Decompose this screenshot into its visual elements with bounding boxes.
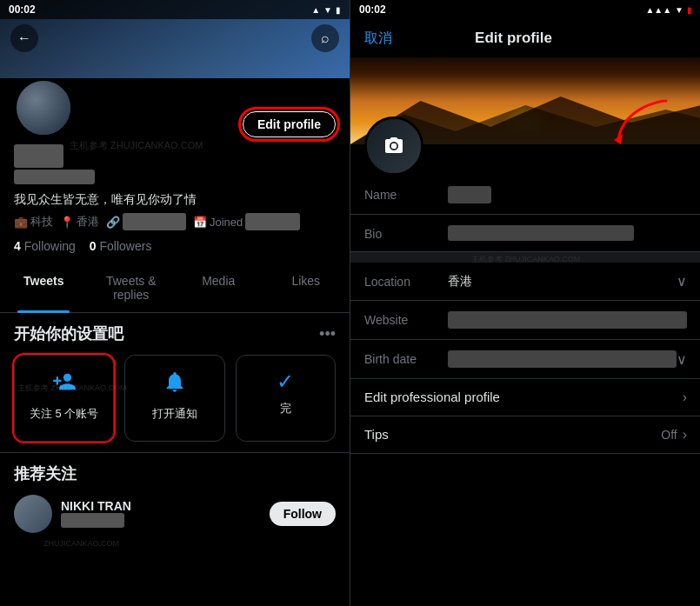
status-bar-left: 00:02 ▲ ▼ ▮ [0, 0, 350, 19]
professional-field-label: Edit professional profile [364, 390, 669, 404]
profile-handle [14, 170, 336, 185]
briefcase-icon: 💼 [14, 216, 28, 229]
right-signal-icon: ▲▲▲ [645, 5, 671, 15]
meta-tech: 💼 科技 [14, 214, 53, 230]
meta-location: 📍 香港 [60, 214, 99, 230]
battery-icon: ▮ [336, 5, 341, 15]
camera-overlay [367, 119, 421, 173]
profile-meta: 💼 科技 📍 香港 🔗 📅 Joined [14, 213, 336, 230]
recommend-section: 推荐关注 NIKKI TRAN Follow [0, 453, 350, 543]
following-stat[interactable]: 4 Following [14, 239, 76, 253]
location-chevron-icon: ∨ [677, 273, 687, 290]
edit-profile-button[interactable]: Edit profile [243, 111, 336, 137]
following-label-text: Following [24, 239, 76, 253]
calendar-icon: 📅 [193, 216, 207, 229]
setup-more-icon[interactable]: ••• [319, 325, 336, 343]
back-button[interactable]: ← [10, 24, 38, 52]
profile-top-nav: ← ⌕ [0, 19, 350, 57]
website-field-label: Website [364, 311, 434, 327]
status-icons: ▲ ▼ ▮ [311, 5, 341, 15]
handle-text [14, 170, 95, 184]
meta-url: 🔗 [106, 213, 186, 230]
bio-field-value [448, 225, 634, 241]
avatar [14, 78, 73, 137]
meta-joined-date [245, 213, 300, 230]
setup-card-complete[interactable]: ✓ 完 [236, 355, 336, 442]
tips-field-label: Tips [364, 427, 647, 442]
check-icon: ✓ [277, 370, 294, 394]
right-avatar-area [350, 144, 700, 176]
rec-user-handle [61, 513, 261, 529]
tips-field-value: Off [661, 428, 677, 442]
location-field-row: 香港 ∨ [448, 273, 687, 290]
setup-section: 开始你的设置吧 ••• 关注 5 个账号 打开通知 [0, 313, 350, 453]
meta-tech-value: 科技 [30, 214, 53, 230]
website-field-value [448, 311, 687, 329]
right-status-icons: ▲▲▲ ▼ ▮ [645, 5, 692, 15]
display-name [14, 144, 63, 168]
notification-icon [163, 370, 187, 399]
location-icon: 📍 [60, 216, 74, 229]
back-icon: ← [17, 30, 31, 46]
time-display: 00:02 [9, 3, 36, 16]
tab-likes[interactable]: Likes [263, 263, 350, 312]
follow-button[interactable]: Follow [270, 502, 336, 526]
right-watermark-1: 主机参考 ZHUJICANKAO.COM [471, 254, 581, 265]
edit-profile-title: Edit profile [475, 30, 552, 47]
name-field-value [448, 186, 491, 203]
rec-user-name: NIKKI TRAN [61, 499, 261, 513]
meta-url-value [123, 213, 186, 230]
right-top-nav: 取消 Edit profile [350, 19, 700, 57]
tab-tweets[interactable]: Tweets [0, 263, 88, 312]
recommend-title: 推荐关注 [14, 463, 336, 484]
setup-card-notification[interactable]: 打开通知 [124, 355, 224, 442]
right-wifi-icon: ▼ [675, 5, 683, 15]
wifi-icon: ▼ [323, 5, 332, 15]
form-field-professional[interactable]: Edit professional profile › [350, 379, 700, 416]
form-field-birthdate[interactable]: Birth date ∨ [350, 340, 700, 379]
setup-card-follow[interactable]: 关注 5 个账号 [14, 355, 114, 442]
location-field-label: Location [364, 273, 434, 289]
followers-stat[interactable]: 0 Followers [90, 239, 152, 253]
recommend-user: NIKKI TRAN Follow [14, 495, 336, 533]
setup-card-follow-label: 关注 5 个账号 [30, 406, 98, 422]
profile-avatar-row: Edit profile [14, 78, 336, 137]
following-count: 4 [14, 239, 21, 253]
name-field-label: Name [364, 186, 434, 202]
followers-label-text: Followers [100, 239, 152, 253]
birthdate-field-row: ∨ [448, 350, 687, 368]
meta-joined: 📅 Joined [193, 213, 300, 230]
form-field-tips[interactable]: Tips Off › [350, 416, 700, 454]
form-field-bio[interactable]: Bio [350, 215, 700, 252]
birthdate-field-value [448, 350, 677, 368]
tab-tweets-replies-label: Tweets & replies [106, 274, 157, 302]
setup-card-complete-label: 完 [280, 401, 291, 416]
profile-stats: 4 Following 0 Followers [14, 239, 336, 253]
rec-user-avatar [14, 495, 52, 533]
setup-header: 开始你的设置吧 ••• [14, 323, 336, 344]
name-field-value-area [448, 186, 491, 203]
tab-tweets-replies[interactable]: Tweets & replies [88, 263, 176, 312]
signal-icon: ▲ [311, 5, 320, 15]
form-field-name[interactable]: Name [350, 176, 700, 215]
right-avatar[interactable] [364, 117, 423, 176]
profile-info-area: Edit profile 我见众生皆无意，唯有见你动了情 💼 科技 📍 香港 🔗 [0, 78, 350, 253]
profile-name [14, 144, 336, 168]
add-user-icon [52, 370, 77, 399]
bio-field-value-area [448, 225, 634, 241]
form-field-website[interactable]: Website [350, 301, 700, 340]
meta-joined-label: Joined [210, 216, 243, 229]
setup-title: 开始你的设置吧 [14, 323, 123, 344]
tab-media-label: Media [202, 274, 235, 288]
form-field-location[interactable]: Location 香港 ∨ [350, 263, 700, 301]
rec-handle-text [61, 513, 124, 528]
birthdate-field-label: Birth date [364, 350, 434, 366]
cancel-button[interactable]: 取消 [364, 30, 392, 48]
search-button[interactable]: ⌕ [311, 24, 339, 52]
tips-chevron-icon: › [683, 427, 687, 443]
bio-field-label: Bio [364, 225, 434, 241]
tab-media[interactable]: Media [175, 263, 263, 312]
search-icon: ⌕ [321, 30, 330, 46]
setup-cards: 关注 5 个账号 打开通知 ✓ 完 [14, 355, 336, 442]
profile-bio: 我见众生皆无意，唯有见你动了情 [14, 192, 336, 208]
